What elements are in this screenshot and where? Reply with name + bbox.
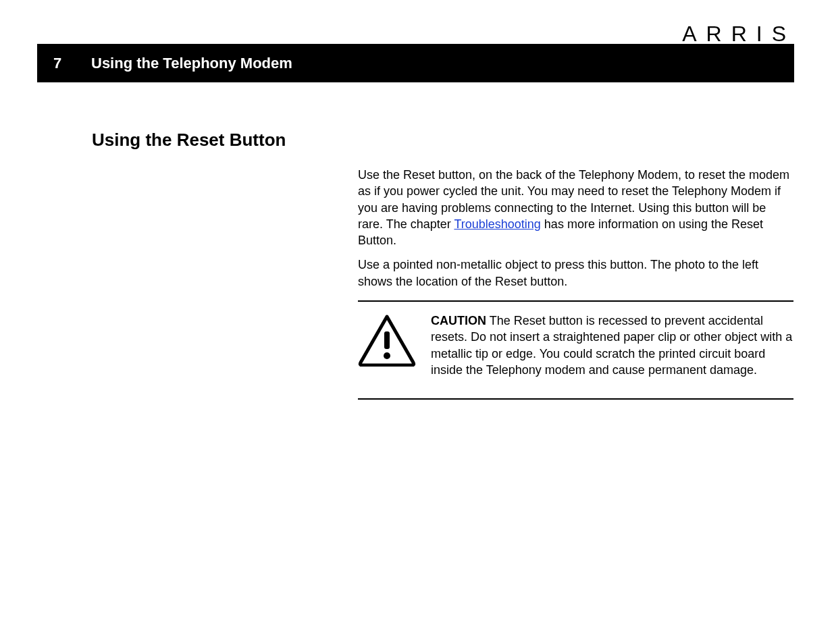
caution-icon — [358, 314, 416, 371]
body-line-2: Use a pointed non-metallic object to pre… — [358, 257, 793, 290]
section-heading: Using the Reset Button — [92, 130, 286, 151]
body-content: Use the Reset button, on the back of the… — [358, 167, 793, 406]
header-bar: 7 Using the Telephony Modem — [37, 44, 794, 82]
caution-block: CAUTION The Reset button is recessed to … — [358, 308, 793, 387]
svg-point-1 — [384, 352, 390, 359]
svg-rect-0 — [384, 331, 390, 349]
divider-top — [358, 300, 793, 302]
page-title: Using the Telephony Modem — [91, 55, 292, 72]
link-troubleshooting[interactable]: Troubleshooting — [454, 217, 540, 231]
divider-bottom — [358, 398, 793, 400]
page-number: 7 — [53, 55, 61, 72]
brand-logo: ARRIS — [682, 22, 796, 47]
caution-label: CAUTION — [431, 314, 486, 327]
